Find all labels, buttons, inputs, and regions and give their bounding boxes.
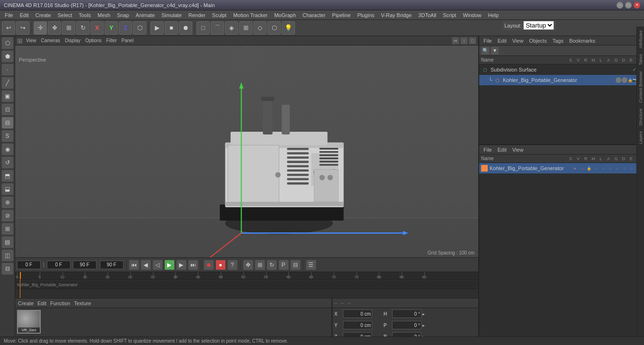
om-view[interactable]: View [510, 37, 526, 45]
model-mode-button[interactable]: ⬡ [1, 37, 14, 49]
rotate-tool-button[interactable]: ↻ [76, 21, 89, 35]
start-frame-input[interactable] [47, 261, 71, 269]
om-file[interactable]: File [481, 37, 494, 45]
max-frame-input[interactable] [100, 261, 124, 269]
autokey-button[interactable]: ? [227, 260, 238, 270]
tool3-button[interactable]: ⬓ [1, 183, 14, 195]
om-tags[interactable]: Tags [550, 37, 566, 45]
lm-icon-4[interactable]: ○ [593, 165, 599, 172]
viewport-ctrl-3[interactable]: □ [469, 37, 476, 45]
viewport-menu-display[interactable]: Display [63, 38, 82, 43]
menu-item-snap[interactable]: Snap [114, 11, 132, 19]
viewport-menu-cameras[interactable]: Cameras [40, 38, 62, 43]
record-button[interactable]: ⏺ [204, 260, 214, 270]
mat-menu-texture[interactable]: Texture [74, 300, 91, 306]
menu-item-tools[interactable]: Tools [76, 11, 94, 19]
menu-item-3dtoall[interactable]: 3DToAll [415, 11, 439, 19]
list-item[interactable]: Kohler_Big_Portable_Generator ● ○ 🔒 ○ ○ … [479, 163, 644, 173]
tool1-button[interactable]: ↺ [1, 156, 14, 169]
edge-mode-button[interactable]: ╱ [1, 77, 14, 89]
viewport-menu-filter[interactable]: Filter [105, 38, 118, 43]
play-button[interactable]: ▶ [151, 21, 164, 35]
tool5-button[interactable]: ⊘ [1, 209, 14, 222]
multi-key-button[interactable]: ⊟ [290, 260, 301, 270]
tab-structure[interactable]: Structure [638, 107, 644, 128]
tool8-button[interactable]: ◫ [1, 249, 14, 262]
point-mode-button[interactable]: · [1, 64, 14, 76]
poly-mode-button[interactable]: ▣ [1, 90, 14, 102]
menu-item-plugins[interactable]: Plugins [354, 11, 377, 19]
om-search[interactable]: 🔍 [481, 46, 490, 55]
menu-item-pipeline[interactable]: Pipeline [329, 11, 353, 19]
y-axis-button[interactable]: Y [105, 21, 118, 35]
nurbs-button[interactable]: ◈ [225, 21, 238, 35]
tab-attributes[interactable]: Attributes [638, 28, 644, 50]
tab-takes[interactable]: Takes [638, 52, 644, 67]
lm-icon-9[interactable]: ○ [628, 165, 635, 172]
h-rot-input[interactable] [392, 309, 421, 318]
om-dot-v[interactable] [622, 77, 627, 83]
spline-button[interactable]: ⌒ [211, 21, 224, 35]
menu-item-simulate[interactable]: Simulate [159, 11, 185, 19]
paint-button[interactable]: S [1, 130, 14, 142]
menu-item-render[interactable]: Render [186, 11, 208, 19]
move-tool-button[interactable]: ✥ [48, 21, 61, 35]
tool6-button[interactable]: ⊞ [1, 223, 14, 235]
lm-icon-6[interactable]: ○ [607, 165, 614, 172]
undo-button[interactable]: ↩ [2, 21, 15, 35]
menu-item-window[interactable]: Window [460, 11, 484, 19]
timeline-tracks[interactable]: Kohler_Big_Portable_Generator [15, 280, 478, 298]
material-swatch[interactable]: VR_Gen [17, 310, 41, 334]
menu-item-mograph[interactable]: MoGraph [271, 11, 299, 19]
tool9-button[interactable]: ⊟ [1, 263, 14, 275]
menu-item-character[interactable]: Character [300, 11, 328, 19]
menu-item-motion-tracker[interactable]: Motion Tracker [230, 11, 270, 19]
tab-layers[interactable]: Layers [638, 129, 644, 146]
tab-content-browser[interactable]: Content Browser [638, 69, 644, 105]
mat-menu-function[interactable]: Function [50, 300, 70, 306]
y-pos-input[interactable] [343, 321, 372, 329]
mat-menu-edit[interactable]: Edit [37, 300, 46, 306]
y-expand[interactable]: ▸ [422, 323, 428, 328]
om-dot-s[interactable] [616, 77, 621, 83]
menu-item-script[interactable]: Script [440, 11, 459, 19]
stop-button[interactable]: ■ [165, 21, 178, 35]
viewport-ctrl-2[interactable]: ↕ [460, 37, 468, 45]
rot-key-button[interactable]: ↻ [267, 260, 277, 270]
layout-dropdown[interactable]: Startup [523, 21, 554, 30]
pos-key-button[interactable]: P [278, 260, 289, 270]
uv-mode-button[interactable]: ⊡ [1, 103, 14, 116]
table-row[interactable]: ⬡ Subdivision Surface ✓ [479, 64, 644, 75]
lm-icon-5[interactable]: ○ [600, 165, 607, 172]
step-back-button[interactable]: ◀ [141, 260, 151, 270]
tool2-button[interactable]: ⬒ [1, 170, 14, 182]
transform-button[interactable]: ⬡ [133, 21, 146, 35]
go-end-button[interactable]: ⏭ [188, 260, 198, 270]
tool7-button[interactable]: ▤ [1, 236, 14, 248]
om-filter[interactable]: ▼ [491, 46, 499, 55]
viewport-ctrl-1[interactable]: ⇔ [452, 37, 459, 45]
menu-item-select[interactable]: Select [55, 11, 75, 19]
menu-item-sculpt[interactable]: Sculpt [209, 11, 230, 19]
viewport-canvas[interactable]: KOHLER [15, 45, 478, 257]
deform-button[interactable]: ◇ [253, 21, 267, 35]
step-forward-button[interactable]: ▶ [176, 260, 187, 270]
menu-item-v-ray-bridge[interactable]: V-Ray Bridge [378, 11, 415, 19]
viewport-area[interactable]: ⊞ View Cameras Display Options Filter Pa… [15, 36, 478, 257]
close-button[interactable]: ✕ [634, 2, 640, 9]
lm-icon-2[interactable]: ○ [579, 165, 585, 172]
scale-tool-button[interactable]: ⊞ [62, 21, 75, 35]
redo-button[interactable]: ↪ [16, 21, 29, 35]
light-button[interactable]: 💡 [282, 21, 295, 35]
tool4-button[interactable]: ⊕ [1, 196, 14, 209]
maximize-button[interactable]: □ [625, 2, 632, 9]
z-axis-button[interactable]: Z [119, 21, 132, 35]
menu-item-edit[interactable]: Edit [17, 11, 32, 19]
array-button[interactable]: ⊞ [239, 21, 252, 35]
menu-item-mesh[interactable]: Mesh [95, 11, 113, 19]
lm-edit[interactable]: Edit [495, 146, 509, 154]
go-start-button[interactable]: ⏮ [129, 260, 139, 270]
lm-view[interactable]: View [510, 146, 526, 154]
mesh-mode-button[interactable]: ⬟ [1, 50, 14, 63]
minimize-button[interactable]: ─ [617, 2, 623, 9]
